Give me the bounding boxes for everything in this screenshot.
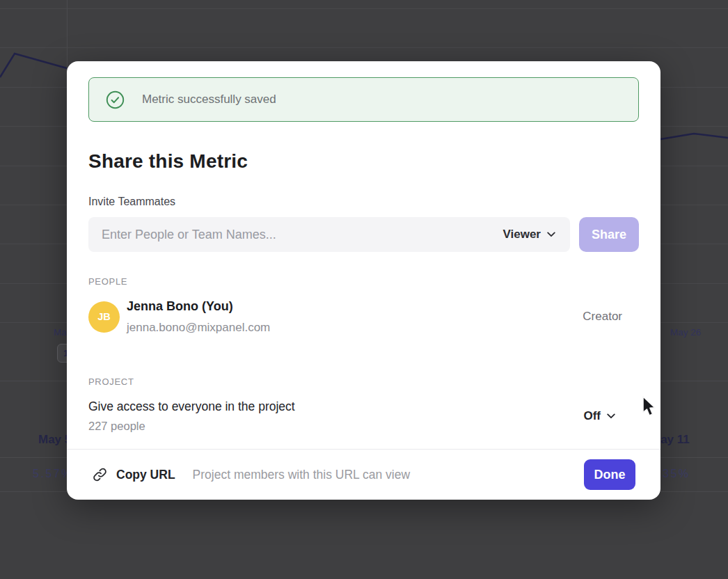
invite-input-field[interactable]: Viewer <box>88 217 570 252</box>
screen: May May 26 1 May 5 May 11 5.57% 35% Metr… <box>0 0 728 579</box>
role-dropdown[interactable]: Viewer <box>500 223 558 246</box>
share-metric-modal: Metric successfully saved Share this Met… <box>67 61 660 500</box>
modal-footer: Copy URL Project members with this URL c… <box>67 449 660 500</box>
project-access-dropdown-value: Off <box>583 409 601 423</box>
person-info: Jenna Bono (You) jenna.bono@mixpanel.com <box>127 299 583 335</box>
chevron-down-icon <box>607 413 615 419</box>
copy-url-button[interactable]: Copy URL <box>93 467 175 482</box>
person-name: Jenna Bono (You) <box>127 299 583 315</box>
copy-url-label: Copy URL <box>116 468 175 482</box>
person-email: jenna.bono@mixpanel.com <box>127 321 583 335</box>
footer-hint: Project members with this URL can view <box>193 468 584 482</box>
person-row: JB Jenna Bono (You) jenna.bono@mixpanel.… <box>88 299 622 335</box>
table-cell-value: 35% <box>663 468 690 480</box>
person-role: Creator <box>583 310 622 324</box>
share-button[interactable]: Share <box>579 217 639 252</box>
link-icon <box>93 467 107 482</box>
success-check-icon <box>106 90 125 109</box>
modal-title: Share this Metric <box>88 150 248 173</box>
done-button[interactable]: Done <box>584 459 635 490</box>
project-access-count: 227 people <box>88 420 583 433</box>
project-access-row: Give access to everyone in the project 2… <box>88 399 626 433</box>
project-section-label: PROJECT <box>88 376 134 387</box>
people-section-label: PEOPLE <box>88 276 127 287</box>
role-dropdown-value: Viewer <box>503 228 541 241</box>
project-access-text: Give access to everyone in the project 2… <box>88 399 583 433</box>
invite-input[interactable] <box>100 227 500 243</box>
chevron-down-icon <box>547 232 555 237</box>
avatar-initials: JB <box>97 311 111 322</box>
project-access-dropdown[interactable]: Off <box>583 409 615 423</box>
success-banner: Metric successfully saved <box>88 77 639 122</box>
invite-row: Viewer Share <box>88 217 639 252</box>
x-axis-tick-right: May 26 <box>670 327 701 338</box>
success-banner-message: Metric successfully saved <box>142 93 276 106</box>
project-access-title: Give access to everyone in the project <box>88 399 583 414</box>
avatar: JB <box>88 301 120 333</box>
invite-teammates-label: Invite Teammates <box>88 196 175 208</box>
